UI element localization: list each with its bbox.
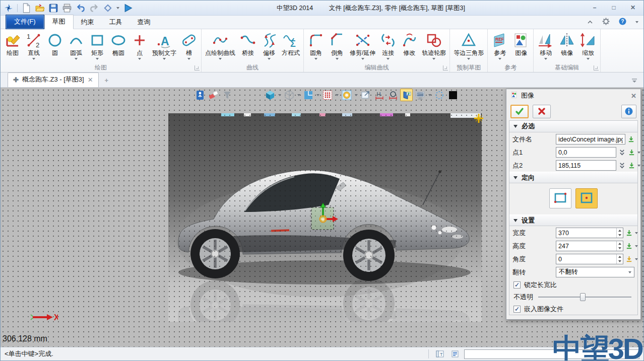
expand-chevrons-icon[interactable] <box>618 161 626 171</box>
dropdown-caret[interactable] <box>335 94 339 96</box>
tab-sketch[interactable]: 草图 <box>44 15 74 29</box>
ribbon-button[interactable]: Σ方程式 <box>280 30 302 63</box>
dropdown-caret[interactable] <box>32 56 35 61</box>
dropdown-caret[interactable] <box>296 94 301 96</box>
dropdown-caret[interactable] <box>467 56 470 61</box>
ribbon-button[interactable]: 点 <box>129 30 150 63</box>
restore-button[interactable]: □ <box>608 4 619 12</box>
eraser-icon[interactable] <box>207 89 220 101</box>
cancel-button[interactable] <box>533 105 551 118</box>
ribbon-button[interactable]: 矩形 <box>87 30 108 63</box>
panel-toggle-icon[interactable]: T <box>434 349 446 359</box>
window-export-icon[interactable] <box>359 89 372 101</box>
document-tab-active[interactable]: ✚ 概念跑车.Z3 - [草图3] ✕ <box>8 73 99 87</box>
section-required[interactable]: 必选 <box>509 121 637 132</box>
height-options-caret[interactable] <box>635 245 638 247</box>
ribbon-button[interactable]: 修剪/延伸 <box>348 30 377 63</box>
ribbon-button[interactable]: 12直线 <box>23 30 44 63</box>
dropdown-caret[interactable] <box>277 94 282 96</box>
dropdown-caret[interactable] <box>361 56 364 61</box>
point2-input[interactable] <box>556 160 616 171</box>
pick-point-icon[interactable] <box>628 161 635 171</box>
ribbon-button[interactable]: 绘图 <box>2 30 23 63</box>
pick-width-icon[interactable] <box>625 228 633 238</box>
settings-gear-icon[interactable] <box>602 18 610 27</box>
sketch-canvas[interactable]: H 306.128 mm X <box>1 88 643 348</box>
width-input[interactable] <box>556 228 623 238</box>
print-button[interactable] <box>62 3 72 13</box>
section-settings[interactable]: 设置 <box>509 214 637 226</box>
save-button[interactable] <box>48 3 58 13</box>
dropdown-caret[interactable] <box>498 56 501 61</box>
width-options-caret[interactable] <box>635 232 638 234</box>
image-drag-widget[interactable] <box>309 202 339 232</box>
section-orientation[interactable]: 定向 <box>509 172 637 183</box>
angle-input[interactable] <box>556 254 623 264</box>
dropdown-caret[interactable] <box>315 94 320 96</box>
ribbon-button[interactable]: 圆角 <box>305 30 327 63</box>
dropdown-caret[interactable] <box>432 56 435 61</box>
ribbon-button[interactable]: 移动 <box>535 30 556 63</box>
point2-options-caret[interactable] <box>637 165 640 167</box>
marquee-icon[interactable] <box>433 89 445 101</box>
ribbon-button[interactable]: 轨迹轮廓 <box>420 30 448 63</box>
panel-close-icon[interactable]: ✕ <box>631 92 636 100</box>
tab-inquire[interactable]: 查询 <box>130 16 158 29</box>
minimize-button[interactable]: – <box>589 4 600 12</box>
help-icon[interactable]: ? <box>619 18 626 27</box>
dropdown-caret[interactable] <box>138 56 141 61</box>
height-input[interactable] <box>556 241 623 251</box>
opacity-slider[interactable] <box>538 293 631 302</box>
bg-black-icon[interactable] <box>446 89 459 101</box>
orient-center-point-button[interactable] <box>575 188 598 208</box>
dialog-launcher-icon[interactable] <box>594 65 599 70</box>
dim-horizontal-icon[interactable]: H <box>373 89 385 101</box>
image-plane-icon[interactable] <box>400 89 413 101</box>
dropdown-caret[interactable] <box>268 56 271 61</box>
dropdown-caret[interactable] <box>387 56 390 61</box>
wireframe-cube-icon[interactable] <box>283 89 295 101</box>
ribbon-button[interactable]: REF参考 <box>489 30 510 63</box>
new-file-button[interactable] <box>21 3 31 13</box>
opacity-slider-thumb[interactable] <box>580 293 586 301</box>
dropdown-caret[interactable] <box>96 56 99 61</box>
shaded-cube-icon[interactable] <box>264 89 276 101</box>
filename-input[interactable] <box>556 134 625 145</box>
lock-aspect-checkbox[interactable] <box>513 281 521 288</box>
ribbon-button[interactable]: 修改 <box>399 30 420 63</box>
flip-dropdown[interactable]: 不翻转 <box>556 267 634 277</box>
close-document-icon[interactable]: ✕ <box>88 76 93 84</box>
expand-chevrons-icon[interactable] <box>618 148 626 158</box>
dropdown-caret[interactable] <box>354 94 358 96</box>
dropdown-caret[interactable] <box>587 56 590 61</box>
help-caret[interactable] <box>635 21 638 23</box>
ribbon-button[interactable]: 椭圆 <box>108 30 129 63</box>
dropdown-caret[interactable] <box>336 56 339 61</box>
load-file-icon[interactable] <box>627 134 635 145</box>
tab-constraint[interactable]: 约束 <box>74 16 102 29</box>
new-document-tab-button[interactable]: + <box>99 75 115 87</box>
ribbon-button[interactable]: 圆弧 <box>66 30 87 63</box>
height-spinner[interactable] <box>616 241 623 251</box>
ribbon-button[interactable]: 桥接 <box>237 30 259 63</box>
embed-image-checkbox[interactable] <box>513 306 521 313</box>
display-monitor-icon[interactable] <box>414 89 426 101</box>
ribbon-button[interactable]: 槽 <box>178 30 200 63</box>
ribbon-button[interactable]: A预制文字 <box>150 30 178 63</box>
point-grid-icon[interactable] <box>321 89 334 101</box>
view-circle-icon[interactable] <box>340 89 353 101</box>
pick-height-icon[interactable] <box>625 241 633 251</box>
dropdown-caret[interactable] <box>427 94 432 96</box>
dropdown-caret[interactable] <box>219 56 222 61</box>
dropdown-caret[interactable] <box>75 56 78 61</box>
command-input[interactable] <box>464 349 639 359</box>
point1-input[interactable] <box>556 147 616 158</box>
angle-spinner[interactable] <box>616 254 623 264</box>
plane-view-icon[interactable] <box>302 89 314 101</box>
ribbon-button[interactable]: 倒角 <box>327 30 348 63</box>
ribbon-button[interactable]: 点绘制曲线 <box>203 30 237 63</box>
ribbon-button[interactable]: 等边三角形 <box>452 30 486 63</box>
run-play-button[interactable] <box>123 3 133 13</box>
width-spinner[interactable] <box>616 228 623 238</box>
exit-sketch-icon[interactable] <box>194 89 206 101</box>
